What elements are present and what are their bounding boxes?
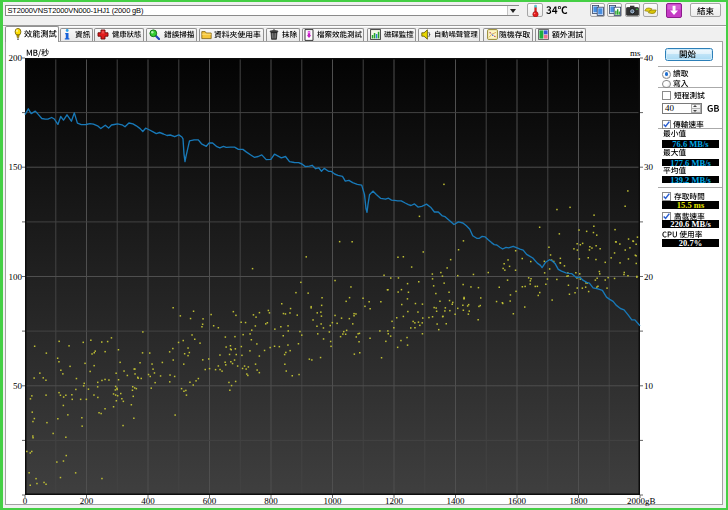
svg-text:200: 200 [80,496,94,506]
svg-text:1000: 1000 [324,496,343,506]
svg-text:0: 0 [23,496,28,506]
svg-text:20: 20 [644,272,654,282]
svg-text:139.2 MB/s: 139.2 MB/s [670,176,711,184]
svg-text:20.7%: 20.7% [679,239,702,248]
svg-text:1400: 1400 [447,496,466,506]
svg-text:800: 800 [264,496,278,506]
svg-text:1800: 1800 [570,496,589,506]
svg-text:220.6 MB/s: 220.6 MB/s [670,220,711,228]
svg-text:1600: 1600 [508,496,527,506]
svg-text:2000gB: 2000gB [627,496,656,506]
svg-text:600: 600 [203,496,217,506]
svg-text:100: 100 [9,272,23,282]
svg-text:50: 50 [13,381,23,391]
svg-text:30: 30 [644,162,654,172]
svg-text:150: 150 [9,162,23,172]
svg-text:15.5 ms: 15.5 ms [677,201,705,209]
svg-text:200: 200 [9,53,23,63]
svg-text:400: 400 [141,496,155,506]
svg-text:40: 40 [644,53,654,63]
svg-text:ms: ms [630,48,641,58]
svg-text:10: 10 [644,381,654,391]
svg-text:1200: 1200 [385,496,404,506]
